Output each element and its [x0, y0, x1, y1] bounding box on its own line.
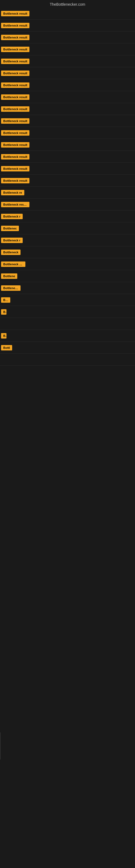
list-item: Bottleneck result	[0, 91, 135, 103]
list-item: Bottleneck result	[0, 55, 135, 67]
list-item: B	[0, 330, 135, 342]
bottleneck-badge[interactable]: Bottleneck	[1, 285, 20, 291]
list-item: Bottleneck result	[0, 115, 135, 127]
list-item: Bottleneck result	[0, 127, 135, 139]
bottleneck-badge[interactable]: Bottleneck result	[1, 202, 30, 207]
list-item: Bottleneck result	[0, 67, 135, 79]
bottleneck-badge[interactable]: Bottleneck result	[1, 94, 30, 100]
bottleneck-badge[interactable]: Bottleneck result	[1, 11, 30, 16]
list-item: Bottleneck r	[0, 211, 135, 222]
list-item: Bottleneck	[0, 246, 135, 258]
list-item: Bottlenec	[0, 222, 135, 235]
list-item: Bottleneck result	[0, 103, 135, 115]
bottleneck-badge[interactable]: Bottl	[1, 345, 12, 350]
bottleneck-badge[interactable]: Bottleneck r	[1, 214, 23, 219]
bottleneck-badge[interactable]: Bottleneck result	[1, 178, 30, 183]
list-item: Bottleneck result	[0, 175, 135, 187]
bottleneck-badge[interactable]: Bottleneck result	[1, 142, 30, 148]
bottleneck-badge[interactable]: Bottleneck re	[1, 190, 24, 195]
site-title: TheBottlenecker.com	[50, 2, 85, 6]
bottleneck-badge[interactable]: Bottleneck result	[1, 154, 30, 159]
bottleneck-badge[interactable]: Bottleneck result	[1, 35, 30, 40]
list-item: Bottleneck res	[0, 258, 135, 270]
bottleneck-badge[interactable]: Bottlenec	[1, 226, 19, 231]
list-item: Bottleneck re	[0, 187, 135, 198]
bottleneck-badge[interactable]: Bottleneck result	[1, 106, 30, 112]
bottleneck-badge[interactable]: Bottleneck result	[1, 46, 30, 52]
bottleneck-badge[interactable]: Bottleneck	[1, 250, 20, 255]
bottleneck-badge[interactable]: Bottleneck result	[1, 59, 30, 64]
list-item: Bottleneck result	[0, 31, 135, 43]
bottleneck-badge[interactable]: Bottleneck r	[1, 238, 23, 243]
list-item: Bottleneck result	[0, 20, 135, 31]
list-item: Bottleneck r	[0, 235, 135, 246]
list-item: Bottleneck result	[0, 139, 135, 151]
site-header: TheBottlenecker.com	[0, 0, 135, 8]
list-item: Bot	[0, 294, 135, 306]
list-item: Bottleneck	[0, 282, 135, 294]
bottleneck-badge[interactable]: Bottleneck result	[1, 130, 30, 135]
list-item: Bottl	[0, 342, 135, 354]
bottleneck-badge[interactable]: Bottlene	[1, 273, 17, 279]
items-list: Bottleneck resultBottleneck resultBottle…	[0, 8, 135, 366]
bottleneck-badge[interactable]: B	[1, 309, 6, 315]
bottleneck-badge[interactable]: Bottleneck result	[1, 166, 30, 172]
list-item	[0, 354, 135, 366]
list-item	[0, 318, 135, 330]
bottleneck-badge[interactable]: B	[1, 333, 6, 339]
list-item: Bottlene	[0, 270, 135, 282]
list-item: Bottleneck result	[0, 8, 135, 20]
bottleneck-badge[interactable]: Bottleneck result	[1, 118, 30, 124]
vertical-line-indicator	[0, 733, 0, 760]
bottleneck-badge[interactable]: Bottleneck res	[1, 261, 26, 267]
list-item: Bottleneck result	[0, 79, 135, 91]
bottleneck-badge[interactable]: Bottleneck result	[1, 23, 30, 28]
list-item: Bottleneck result	[0, 43, 135, 55]
list-item: Bottleneck result	[0, 198, 135, 211]
bottleneck-badge[interactable]: Bottleneck result	[1, 70, 30, 76]
bottleneck-badge[interactable]: Bot	[1, 297, 10, 303]
list-item: Bottleneck result	[0, 163, 135, 175]
list-item: B	[0, 306, 135, 318]
list-item: Bottleneck result	[0, 151, 135, 163]
bottleneck-badge[interactable]: Bottleneck result	[1, 83, 30, 88]
